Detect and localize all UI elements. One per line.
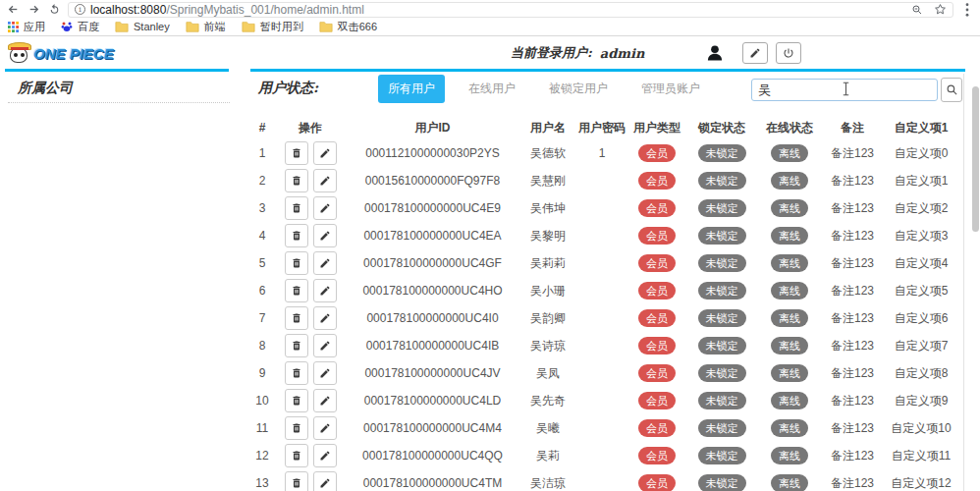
delete-button[interactable] (285, 361, 308, 385)
row-actions (274, 416, 347, 440)
one-piece-logo[interactable]: ONE PIECE (8, 39, 114, 67)
col-actions: 操作 (274, 120, 347, 136)
row-number: 13 (250, 476, 274, 490)
edit-button[interactable] (313, 224, 337, 247)
row-number: 8 (250, 339, 274, 353)
custom-field-cell: 自定义项6 (882, 310, 960, 327)
user-type-badge: 会员 (638, 419, 676, 437)
row-number: 6 (250, 284, 274, 298)
bookmark-label: 百度 (78, 20, 99, 34)
bookmark-folder-frontend[interactable]: 前端 (186, 20, 226, 34)
online-status-badge: 离线 (771, 144, 808, 162)
table-row: 2 00015610000000FQ97F8 吴慧刚 会员 未锁定 离线 备注1… (250, 167, 960, 194)
username-cell: 吴小珊 (518, 283, 577, 300)
search-input[interactable] (751, 79, 938, 101)
custom-field-cell: 自定义项0 (882, 145, 960, 162)
user-status-tabs: 所有用户 在线用户 被锁定用户 管理员账户 (378, 75, 710, 103)
browser-menu-icon[interactable] (960, 3, 974, 17)
edit-button[interactable] (313, 471, 337, 491)
delete-button[interactable] (285, 196, 308, 220)
edit-button[interactable] (313, 416, 337, 440)
remark-cell: 备注123 (823, 338, 882, 355)
row-actions (274, 196, 347, 220)
delete-button[interactable] (285, 169, 308, 192)
tab-admin-accounts[interactable]: 管理员账户 (631, 75, 710, 103)
table-row: 10 000178100000000UC4LD 吴先奇 会员 未锁定 离线 备注… (250, 387, 960, 414)
row-number: 4 (250, 229, 274, 243)
sidebar-company-title: 所属公司 (18, 80, 73, 97)
delete-button[interactable] (285, 471, 308, 491)
username-cell: 吴洁琼 (518, 475, 577, 491)
remark-cell: 备注123 (823, 310, 882, 327)
user-avatar-icon (705, 43, 725, 63)
edit-button[interactable] (313, 334, 337, 357)
bookmark-label: Stanley (134, 21, 170, 32)
edit-button[interactable] (313, 444, 337, 467)
user-type-badge: 会员 (638, 254, 676, 272)
delete-button[interactable] (285, 279, 308, 302)
search-button[interactable] (941, 78, 962, 102)
remark-cell: 备注123 (823, 200, 882, 217)
custom-field-cell: 自定义项2 (882, 200, 960, 217)
user-type-badge: 会员 (638, 282, 676, 300)
bookmark-folder-666[interactable]: 双击666 (319, 20, 377, 34)
lock-status-badge: 未锁定 (698, 337, 746, 355)
current-user-label: 当前登录用户: (511, 44, 592, 62)
delete-button[interactable] (285, 416, 308, 440)
lock-status-badge: 未锁定 (698, 172, 746, 190)
accent-line-right (250, 69, 965, 72)
forward-icon[interactable] (27, 3, 40, 17)
delete-button[interactable] (285, 251, 308, 275)
user-id-cell: 000178100000000UC4I0 (347, 311, 518, 325)
row-actions (274, 141, 347, 165)
user-type-badge: 会员 (638, 309, 676, 327)
zoom-icon[interactable] (910, 3, 924, 17)
delete-button[interactable] (285, 141, 308, 165)
edit-button[interactable] (313, 141, 337, 165)
bookmark-folder-temp[interactable]: 暂时用到 (242, 20, 303, 34)
bookmark-apps[interactable]: 应用 (8, 20, 45, 34)
folder-icon (186, 21, 199, 32)
tab-online-users[interactable]: 在线用户 (459, 75, 525, 103)
delete-button[interactable] (285, 389, 308, 412)
edit-button[interactable] (313, 251, 337, 275)
edit-button[interactable] (313, 169, 337, 192)
custom-field-cell: 自定义项12 (882, 475, 960, 491)
back-icon[interactable] (6, 3, 20, 17)
user-id-cell: 00015610000000FQ97F8 (347, 174, 518, 188)
address-bar[interactable]: i localhost:8080/SpringMybatis_001/home/… (68, 2, 953, 18)
table-scrollbar[interactable] (972, 86, 979, 232)
search-area (751, 78, 962, 102)
custom-field-cell: 自定义项9 (882, 393, 960, 409)
delete-button[interactable] (285, 306, 308, 330)
row-actions (274, 279, 347, 302)
user-id-cell: 000178100000000UC4IB (347, 339, 518, 353)
delete-button[interactable] (285, 334, 308, 357)
remark-cell: 备注123 (823, 255, 882, 272)
custom-field-cell: 自定义项1 (882, 173, 960, 190)
edit-button[interactable] (313, 361, 337, 385)
edit-button[interactable] (313, 389, 337, 412)
col-remark: 备注 (823, 120, 882, 136)
reload-icon[interactable] (47, 3, 61, 17)
edit-button[interactable] (313, 279, 337, 302)
page-info-icon[interactable]: i (75, 4, 85, 15)
delete-button[interactable] (285, 444, 308, 467)
edit-button[interactable] (313, 196, 337, 220)
bookmark-star-icon[interactable] (933, 3, 947, 17)
tab-all-users[interactable]: 所有用户 (378, 75, 445, 103)
tab-locked-users[interactable]: 被锁定用户 (539, 75, 618, 103)
url-text: localhost:8080/SpringMybatis_001/home/ad… (90, 3, 905, 17)
bookmark-baidu[interactable]: 百度 (61, 20, 99, 34)
edit-profile-button[interactable] (742, 42, 768, 64)
custom-field-cell: 自定义项7 (882, 338, 960, 355)
edit-button[interactable] (313, 306, 337, 330)
lock-status-badge: 未锁定 (698, 392, 746, 409)
bookmark-folder-stanley[interactable]: Stanley (115, 21, 170, 32)
logout-button[interactable] (776, 42, 801, 64)
users-table: # 操作 用户ID 用户名 用户密码 用户类型 锁定状态 在线状态 备注 自定义… (250, 116, 960, 491)
delete-button[interactable] (285, 224, 308, 247)
col-user-id: 用户ID (347, 120, 518, 136)
folder-icon (115, 21, 129, 32)
online-status-badge: 离线 (771, 337, 808, 355)
